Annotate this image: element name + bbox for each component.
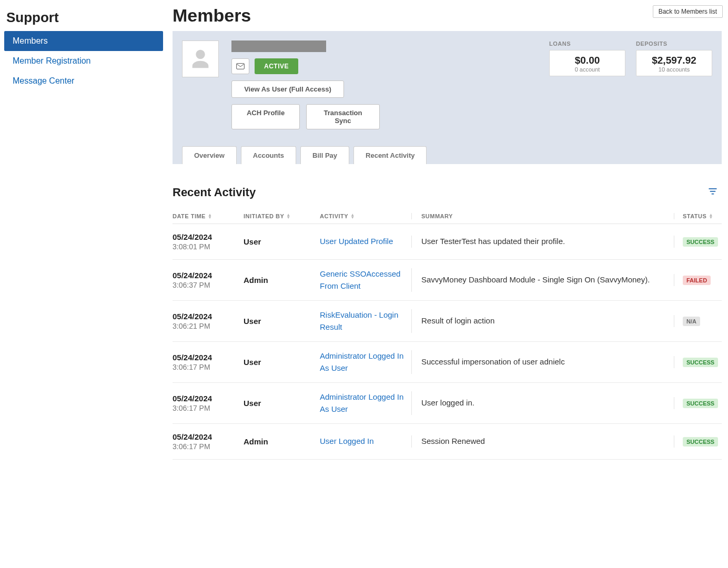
table-row: 05/24/20243:06:17 PMUserAdministrator Lo…	[173, 383, 722, 424]
svg-rect-0	[237, 64, 245, 69]
cell-status: SUCCESS	[674, 398, 722, 408]
filter-button[interactable]	[704, 185, 722, 199]
tab-accounts[interactable]: Accounts	[241, 146, 296, 164]
cell-summary: Successful impersonation of user adnielc	[412, 356, 674, 368]
col-header-summary-label: SUMMARY	[421, 213, 453, 219]
view-as-user-button[interactable]: View As User (Full Access)	[231, 80, 344, 98]
status-badge-na: N/A	[683, 317, 700, 326]
cell-activity: Administrator Logged In As User	[320, 391, 412, 415]
deposits-summary: DEPOSITS $2,597.92 10 accounts	[636, 40, 712, 76]
loans-amount: $0.00	[553, 55, 622, 66]
cell-initiated-by: User	[244, 237, 320, 246]
col-header-activity[interactable]: ACTIVITY ▲▼	[320, 213, 412, 219]
person-icon	[188, 47, 213, 71]
table-row: 05/24/20243:06:17 PMAdminUser Logged InS…	[173, 424, 722, 460]
status-badge-success: SUCCESS	[683, 437, 718, 447]
cell-datetime: 05/24/20243:06:37 PM	[173, 271, 244, 289]
cell-status: SUCCESS	[674, 237, 722, 247]
cell-datetime: 05/24/20243:08:01 PM	[173, 232, 244, 251]
col-header-initiated-label: INITIATED BY	[244, 213, 284, 219]
ach-profile-button[interactable]: ACH Profile	[231, 104, 300, 129]
cell-datetime: 05/24/20243:06:17 PM	[173, 394, 244, 412]
cell-summary: User TesterTest has updated their profil…	[412, 236, 674, 248]
sidebar: Support MembersMember RegistrationMessag…	[0, 0, 163, 460]
activity-link[interactable]: User Logged In	[320, 437, 374, 445]
profile-panel: ACTIVE View As User (Full Access) ACH Pr…	[173, 31, 722, 164]
svg-rect-2	[710, 191, 716, 192]
col-header-summary: SUMMARY	[412, 213, 674, 219]
avatar	[182, 40, 219, 77]
col-header-date[interactable]: DATE TIME ▲▼	[173, 213, 244, 219]
status-badge-failed: FAILED	[683, 276, 711, 285]
activity-table: DATE TIME ▲▼ INITIATED BY ▲▼ ACTIVITY ▲▼…	[173, 209, 722, 460]
transaction-sync-button[interactable]: Transaction Sync	[306, 104, 380, 129]
sort-icon: ▲▼	[350, 214, 355, 219]
mail-button[interactable]	[231, 58, 249, 74]
page-title: Members	[173, 5, 251, 26]
cell-status: FAILED	[674, 275, 722, 285]
cell-summary: Result of login action	[412, 315, 674, 327]
status-badge: ACTIVE	[255, 58, 298, 74]
activity-link[interactable]: Administrator Logged In As User	[320, 351, 403, 372]
sidebar-item-message-center[interactable]: Message Center	[4, 71, 163, 91]
cell-status: SUCCESS	[674, 357, 722, 367]
main-content: Members Back to Members list	[163, 0, 728, 460]
col-header-status-label: STATUS	[683, 213, 706, 219]
status-badge-success: SUCCESS	[683, 237, 718, 247]
back-to-members-button[interactable]: Back to Members list	[653, 5, 723, 18]
cell-initiated-by: Admin	[244, 437, 320, 446]
tab-overview[interactable]: Overview	[182, 146, 237, 164]
col-header-date-label: DATE TIME	[173, 213, 206, 219]
cell-initiated-by: User	[244, 399, 320, 408]
envelope-icon	[236, 63, 245, 69]
recent-activity-section: Recent Activity DATE TIME ▲▼	[173, 185, 722, 460]
sort-icon: ▲▼	[286, 214, 290, 219]
filter-icon	[708, 187, 717, 196]
col-header-activity-label: ACTIVITY	[320, 213, 348, 219]
status-badge-success: SUCCESS	[683, 358, 718, 367]
sidebar-item-members[interactable]: Members	[4, 31, 163, 51]
cell-summary: User logged in.	[412, 397, 674, 409]
sidebar-title: Support	[4, 5, 163, 31]
col-header-status[interactable]: STATUS ▲▼	[674, 213, 722, 219]
activity-link[interactable]: Generic SSOAccessed From Client	[320, 269, 400, 290]
cell-activity: RiskEvaluation - Login Result	[320, 309, 412, 333]
table-row: 05/24/20243:06:37 PMAdminGeneric SSOAcce…	[173, 260, 722, 301]
cell-initiated-by: User	[244, 358, 320, 367]
cell-datetime: 05/24/20243:06:17 PM	[173, 432, 244, 451]
cell-activity: User Updated Profile	[320, 236, 412, 248]
svg-rect-3	[712, 194, 714, 195]
member-name-redacted	[231, 40, 326, 52]
cell-activity: Administrator Logged In As User	[320, 350, 412, 374]
sort-icon: ▲▼	[709, 214, 713, 219]
cell-initiated-by: Admin	[244, 276, 320, 285]
tab-bill-pay[interactable]: Bill Pay	[300, 146, 349, 164]
sort-icon: ▲▼	[208, 214, 212, 219]
table-row: 05/24/20243:08:01 PMUserUser Updated Pro…	[173, 224, 722, 260]
cell-datetime: 05/24/20243:06:17 PM	[173, 353, 244, 371]
cell-summary: SavvyMoney Dashboard Module - Single Sig…	[412, 274, 674, 286]
cell-activity: User Logged In	[320, 435, 412, 448]
cell-summary: Session Renewed	[412, 435, 674, 448]
table-header: DATE TIME ▲▼ INITIATED BY ▲▼ ACTIVITY ▲▼…	[173, 209, 722, 224]
loans-accounts: 0 account	[553, 66, 622, 73]
cell-datetime: 05/24/20243:06:21 PM	[173, 312, 244, 330]
tab-recent-activity[interactable]: Recent Activity	[353, 146, 427, 164]
status-badge-success: SUCCESS	[683, 399, 718, 408]
deposits-accounts: 10 accounts	[640, 66, 709, 73]
deposits-amount: $2,597.92	[640, 55, 709, 66]
loans-summary: LOANS $0.00 0 account	[549, 40, 625, 76]
sidebar-item-member-registration[interactable]: Member Registration	[4, 51, 163, 71]
section-title: Recent Activity	[173, 186, 256, 199]
loans-label: LOANS	[549, 40, 625, 47]
activity-link[interactable]: Administrator Logged In As User	[320, 392, 403, 413]
table-row: 05/24/20243:06:17 PMUserAdministrator Lo…	[173, 342, 722, 383]
cell-status: SUCCESS	[674, 437, 722, 447]
activity-link[interactable]: RiskEvaluation - Login Result	[320, 310, 398, 331]
cell-status: N/A	[674, 316, 722, 326]
activity-link[interactable]: User Updated Profile	[320, 237, 393, 246]
cell-activity: Generic SSOAccessed From Client	[320, 268, 412, 292]
col-header-initiated[interactable]: INITIATED BY ▲▼	[244, 213, 320, 219]
deposits-label: DEPOSITS	[636, 40, 712, 47]
table-row: 05/24/20243:06:21 PMUserRiskEvaluation -…	[173, 301, 722, 342]
